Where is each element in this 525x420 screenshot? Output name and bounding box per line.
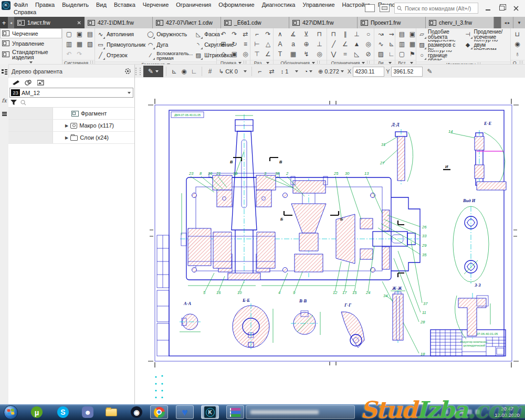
style-pencil-button[interactable]: ✎: [143, 66, 163, 77]
panel-tab-drawing[interactable]: Черчение: [0, 28, 62, 38]
tab-active[interactable]: 1лист.frw ✕: [14, 17, 85, 28]
system-tool-icon[interactable]: ▦: [75, 39, 85, 49]
restore-button[interactable]: [497, 4, 507, 13]
system-tool-icon[interactable]: ▤: [85, 29, 95, 39]
constraint-tool-icon[interactable]: ⊥: [352, 29, 362, 39]
tabs-menu-button[interactable]: ▼: [513, 17, 525, 28]
o-tool-icon[interactable]: ⊔: [512, 29, 522, 39]
dimension-tool-icon[interactable]: ∠: [263, 49, 273, 59]
image-mode-icon[interactable]: [37, 80, 45, 86]
circle-button[interactable]: ◯Окружность: [146, 29, 193, 39]
dimension-tool-icon[interactable]: ⊤: [252, 49, 262, 59]
draw-mode-icon[interactable]: [13, 80, 19, 85]
tab-close-icon[interactable]: ✕: [77, 20, 81, 26]
snap-mode-icon[interactable]: ∟: [189, 67, 199, 76]
insert-tool-icon[interactable]: ▤: [397, 29, 407, 39]
edit-tool-icon[interactable]: ↷: [229, 29, 239, 39]
contour-by-area-button[interactable]: ○Контур по границе облас...: [418, 50, 463, 60]
close-button[interactable]: [511, 4, 521, 13]
y-coordinate-field[interactable]: 3961.52: [391, 67, 423, 77]
filter-funnel-icon[interactable]: [10, 100, 17, 106]
constraint-tool-icon[interactable]: ∥: [340, 29, 350, 39]
notation-tool-icon[interactable]: ⊻: [301, 29, 311, 39]
gear-icon[interactable]: [124, 68, 131, 76]
edit-tool-icon[interactable]: ↶: [218, 29, 228, 39]
notation-tool-icon[interactable]: T: [275, 49, 285, 59]
macro-mode-icon[interactable]: [25, 80, 32, 86]
panel-tab-management[interactable]: Управление: [0, 38, 62, 48]
notation-tool-icon[interactable]: ◎: [314, 49, 324, 59]
menu-item-help[interactable]: Справка: [14, 9, 36, 15]
preview-window-icon[interactable]: [380, 4, 390, 12]
diagnostics-tool-icon[interactable]: ∿: [376, 39, 386, 49]
notation-tool-icon[interactable]: ∡: [288, 29, 298, 39]
search-input[interactable]: [404, 5, 476, 12]
variables-fx-icon[interactable]: fx: [0, 96, 8, 105]
dimension-tool-icon[interactable]: ⊢: [252, 39, 262, 49]
menu-item-file[interactable]: Файл: [14, 2, 28, 8]
notation-tool-icon[interactable]: ⊕: [301, 39, 311, 49]
taskbar-clock[interactable]: 20:47 12.03.2020: [490, 406, 524, 418]
grid-toggle-icon[interactable]: #: [205, 66, 215, 77]
edit-tool-icon[interactable]: ↻: [229, 39, 239, 49]
menu-item-constraints[interactable]: Ограничения: [176, 2, 211, 8]
constraint-tool-icon[interactable]: ○: [363, 29, 373, 39]
tab-6[interactable]: cherv_I_3.frw: [426, 17, 494, 28]
constraint-tool-icon[interactable]: ◺: [352, 49, 362, 59]
system-tool-icon[interactable]: ▢: [64, 29, 74, 39]
autoline-button[interactable]: ∿Автолиния: [97, 29, 145, 39]
tabs-scroll-left-icon[interactable]: ◂: [8, 17, 14, 28]
edit-tool-icon[interactable]: ⇄: [240, 29, 250, 39]
dimension-select-button[interactable]: ▨Выделение размеров с ру...: [418, 40, 463, 50]
menu-item-drawing[interactable]: Черчение: [143, 2, 169, 8]
extend-trim-button[interactable]: ⊣Продление/ усечение: [464, 29, 509, 39]
diagnostics-tool-icon[interactable]: ↝: [376, 29, 386, 39]
system-tray[interactable]: [444, 410, 480, 414]
menu-burger-icon[interactable]: [0, 109, 8, 119]
constraint-tool-icon[interactable]: ∠: [340, 39, 350, 49]
o-tool-icon[interactable]: ♁: [512, 49, 522, 59]
kompas-taskbar-icon[interactable]: K: [201, 405, 219, 419]
notation-tool-icon[interactable]: ▦: [288, 49, 298, 59]
layout-window-icon[interactable]: [365, 4, 375, 12]
utorrent-icon[interactable]: µ: [28, 405, 46, 419]
zoom-select[interactable]: ⊕0.272: [316, 66, 346, 77]
menu-item-view[interactable]: Вид: [96, 2, 107, 8]
edit-tool-icon[interactable]: ⊞: [218, 39, 228, 49]
drawing-canvas-area[interactable]: ДМ4.07-06-40.01.05: [135, 78, 525, 404]
minimize-button[interactable]: [483, 4, 492, 13]
notation-tool-icon[interactable]: ↯: [301, 49, 311, 59]
x-coordinate-field[interactable]: 4230.11: [353, 67, 384, 77]
tree-dock-icon[interactable]: [0, 67, 8, 77]
notation-tool-icon[interactable]: а: [288, 39, 298, 49]
auxiliary-line-button[interactable]: ∕Вспомогатель... прямая: [146, 50, 193, 60]
segment-button[interactable]: ╱Отрезок: [97, 50, 145, 60]
insert-tool-icon[interactable]: ▢: [397, 49, 407, 59]
ortho-mode-icon[interactable]: ⌐: [255, 66, 265, 77]
heart-app-icon[interactable]: ♥: [176, 405, 194, 419]
snap-mode-icon[interactable]: ◉: [179, 67, 189, 76]
panel-tab-standard-items[interactable]: Стандартные изделия: [0, 48, 62, 60]
o-tool-icon[interactable]: ◉: [512, 39, 522, 49]
constraint-tool-icon[interactable]: ⋁: [329, 49, 339, 59]
view-select[interactable]: ◔: [302, 66, 314, 77]
tabs-overflow-button[interactable]: ◂ ▸: [501, 17, 513, 28]
system-tool-icon[interactable]: ▥: [64, 39, 74, 49]
menu-item-layout[interactable]: Оформление: [218, 2, 254, 8]
tree-row-layers[interactable]: ▶Слои (x24): [8, 132, 134, 144]
winrar-icon[interactable]: [226, 405, 244, 419]
menu-item-select[interactable]: Выделить: [62, 2, 89, 8]
chrome-icon[interactable]: [150, 405, 168, 419]
rectangle-button[interactable]: ▭Прямоугольник: [97, 40, 145, 50]
skype-icon[interactable]: S: [54, 405, 72, 419]
notation-tool-icon[interactable]: А: [275, 39, 285, 49]
menu-item-insert[interactable]: Вставка: [114, 2, 135, 8]
tab-4[interactable]: 427\DM1.frw: [289, 17, 358, 28]
insert-tool-icon[interactable]: ▥: [397, 39, 407, 49]
new-tab-button[interactable]: +: [0, 17, 8, 28]
contour-two-button[interactable]: ◆Контур по двум контурам: [464, 40, 509, 50]
taskbar-window-button[interactable]: [246, 405, 355, 419]
edit-tool-icon[interactable]: ≡: [240, 39, 250, 49]
tab-1[interactable]: 427-1\DM1.frw: [85, 17, 153, 28]
tab-5[interactable]: Проект1.frw: [358, 17, 426, 28]
